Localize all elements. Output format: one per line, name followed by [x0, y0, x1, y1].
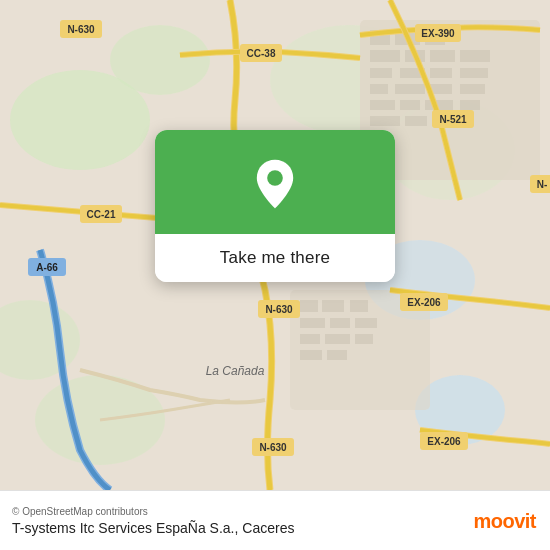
- map-attribution: © OpenStreetMap contributors: [12, 506, 538, 517]
- svg-rect-37: [330, 318, 350, 328]
- svg-rect-29: [370, 116, 400, 126]
- svg-text:CC-21: CC-21: [87, 209, 116, 220]
- svg-text:N-630: N-630: [67, 24, 95, 35]
- svg-rect-19: [430, 68, 452, 78]
- location-name: T-systems Itc Services EspaÑa S.a., Cace…: [12, 520, 538, 536]
- svg-rect-24: [460, 84, 485, 94]
- svg-text:A-66: A-66: [36, 262, 58, 273]
- svg-rect-43: [327, 350, 347, 360]
- svg-text:EX-206: EX-206: [427, 436, 461, 447]
- svg-rect-40: [325, 334, 350, 344]
- bottom-bar: © OpenStreetMap contributors T-systems I…: [0, 490, 550, 550]
- svg-rect-15: [430, 50, 455, 62]
- svg-text:N-630: N-630: [259, 442, 287, 453]
- popup-header: [155, 130, 395, 234]
- svg-rect-34: [322, 300, 344, 312]
- svg-rect-35: [350, 300, 368, 312]
- svg-point-2: [110, 25, 210, 95]
- svg-rect-30: [405, 116, 427, 126]
- svg-rect-36: [300, 318, 325, 328]
- svg-rect-22: [395, 84, 425, 94]
- svg-rect-17: [370, 68, 392, 78]
- svg-rect-28: [460, 100, 480, 110]
- svg-text:EX-206: EX-206: [407, 297, 441, 308]
- svg-rect-25: [370, 100, 395, 110]
- svg-text:EX-390: EX-390: [421, 28, 455, 39]
- svg-rect-16: [460, 50, 490, 62]
- popup-card: Take me there: [155, 130, 395, 282]
- svg-rect-38: [355, 318, 377, 328]
- svg-text:N-: N-: [537, 179, 548, 190]
- svg-point-67: [267, 170, 283, 186]
- moovit-text: moovit: [473, 509, 536, 532]
- svg-text:N-521: N-521: [439, 114, 467, 125]
- map-container[interactable]: N-630 CC-38 EX-390 N-521 N- CC-21 A-66 N…: [0, 0, 550, 490]
- svg-rect-20: [460, 68, 488, 78]
- location-pin-icon: [249, 158, 301, 210]
- take-me-there-button[interactable]: Take me there: [155, 234, 395, 282]
- svg-rect-39: [300, 334, 320, 344]
- svg-rect-41: [355, 334, 373, 344]
- moovit-logo: moovit: [473, 509, 536, 532]
- svg-rect-33: [300, 300, 318, 312]
- svg-text:N-630: N-630: [265, 304, 293, 315]
- svg-text:CC-38: CC-38: [247, 48, 276, 59]
- svg-rect-42: [300, 350, 322, 360]
- svg-rect-26: [400, 100, 420, 110]
- svg-text:La Cañada: La Cañada: [206, 364, 265, 378]
- svg-rect-21: [370, 84, 388, 94]
- svg-rect-13: [370, 50, 400, 62]
